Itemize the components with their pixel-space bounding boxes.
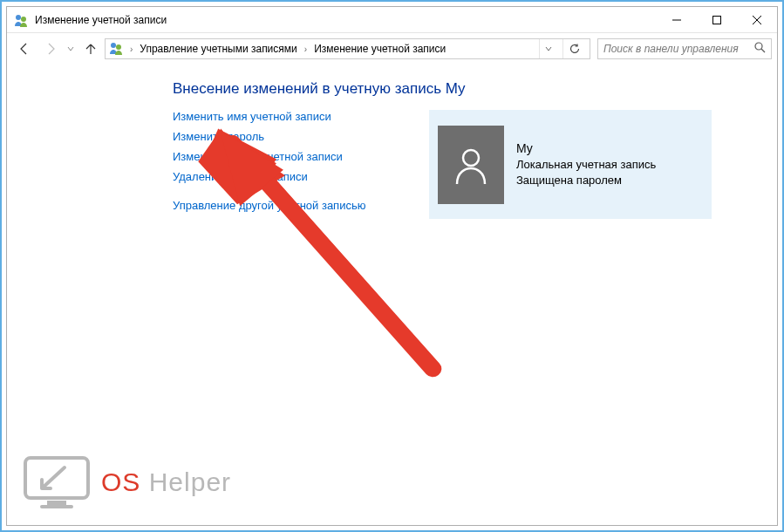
refresh-button[interactable] <box>562 39 586 58</box>
account-status: Защищена паролем <box>516 173 656 188</box>
watermark: OS Helper <box>23 455 231 509</box>
account-info: My Локальная учетная запись Защищена пар… <box>516 140 656 189</box>
link-delete-account[interactable]: Удаление учетной записи <box>173 170 308 183</box>
svg-rect-16 <box>25 458 88 498</box>
maximize-button[interactable] <box>697 7 737 33</box>
svg-point-7 <box>116 44 121 50</box>
chevron-right-icon[interactable]: › <box>303 44 309 54</box>
action-links: Изменить имя учетной записи Изменить пар… <box>173 110 426 219</box>
address-dropdown[interactable] <box>539 39 557 58</box>
watermark-text: OS Helper <box>101 467 231 497</box>
account-card[interactable]: My Локальная учетная запись Защищена пар… <box>429 110 712 219</box>
titlebar: Изменение учетной записи <box>7 7 777 33</box>
avatar <box>438 126 504 204</box>
address-bar[interactable]: › Управление учетными записями › Изменен… <box>105 38 590 59</box>
search-input[interactable] <box>603 43 754 55</box>
close-button[interactable] <box>737 7 777 33</box>
svg-rect-17 <box>47 501 66 505</box>
breadcrumb-change-account[interactable]: Изменение учетной записи <box>314 43 446 55</box>
breadcrumb-manage-accounts[interactable]: Управление учетными записями <box>140 43 297 55</box>
search-icon[interactable] <box>754 42 766 56</box>
content-area: Внесение изменений в учетную запись My И… <box>7 65 777 525</box>
minimize-button[interactable] <box>657 7 697 33</box>
svg-point-0 <box>16 15 21 20</box>
link-rename-account[interactable]: Изменить имя учетной записи <box>173 110 331 123</box>
chevron-right-icon[interactable]: › <box>128 44 134 54</box>
svg-rect-18 <box>40 505 73 508</box>
svg-point-8 <box>755 43 762 50</box>
svg-point-6 <box>111 43 116 48</box>
link-change-type[interactable]: Изменение типа учетной записи <box>173 150 343 163</box>
forward-button[interactable] <box>38 37 63 61</box>
svg-point-1 <box>21 17 26 22</box>
svg-point-10 <box>463 150 479 166</box>
navbar: › Управление учетными записями › Изменен… <box>7 33 777 65</box>
svg-rect-3 <box>713 16 721 24</box>
user-accounts-icon <box>14 13 28 27</box>
search-box[interactable] <box>597 38 772 59</box>
account-name: My <box>516 140 656 158</box>
recent-dropdown[interactable] <box>65 43 77 55</box>
link-change-password[interactable]: Изменить пароль <box>173 130 264 143</box>
up-button[interactable] <box>78 37 103 61</box>
account-type: Локальная учетная запись <box>516 157 656 173</box>
back-button[interactable] <box>12 37 37 61</box>
window-title: Изменение учетной записи <box>35 14 167 26</box>
monitor-icon <box>23 455 91 509</box>
user-accounts-icon <box>109 41 123 58</box>
svg-line-9 <box>761 49 765 52</box>
page-heading: Внесение изменений в учетную запись My <box>173 80 777 98</box>
link-manage-other[interactable]: Управление другой учетной записью <box>173 199 365 212</box>
